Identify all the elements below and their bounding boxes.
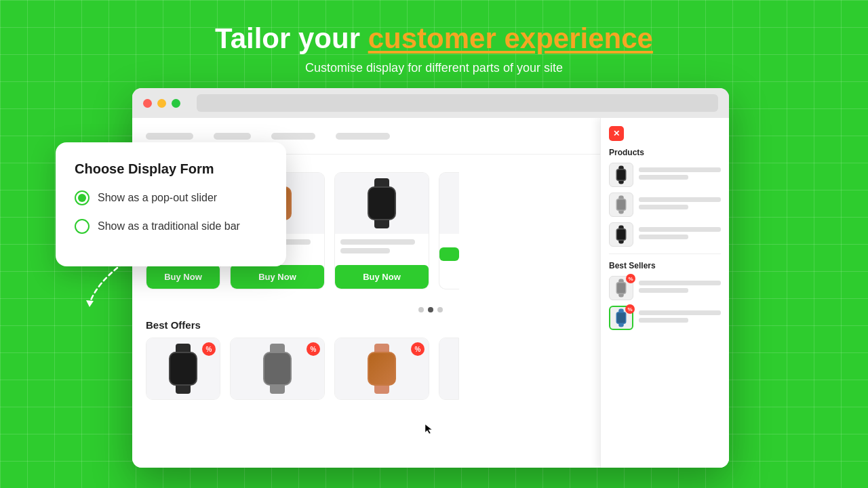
- cursor: [424, 423, 436, 435]
- offer-card-1: %: [146, 338, 220, 400]
- radio-option-popup-slider[interactable]: Show as a pop-out slider: [75, 190, 267, 205]
- sidebar-bestseller-thumb-2: %: [609, 306, 633, 330]
- sidebar-product-thumb-2: [609, 192, 633, 217]
- offer-image-4: [439, 338, 458, 399]
- radio-popup-slider[interactable]: [75, 190, 90, 205]
- address-bar[interactable]: [197, 94, 718, 112]
- dot-1[interactable]: [418, 307, 424, 312]
- bestseller-badge-1: %: [626, 274, 635, 283]
- sidebar-panel: ✕ Products: [600, 118, 729, 468]
- dot-3[interactable]: [437, 307, 443, 312]
- sidebar-products-title: Products: [609, 148, 721, 157]
- sidebar-best-sellers-title: Best Sellers: [609, 261, 721, 270]
- sidebar-bestseller-bars-2: [639, 310, 721, 325]
- main-title: Tailor your customer experience: [215, 22, 653, 56]
- sidebar-bestseller-thumb-1: %: [609, 276, 633, 300]
- product-image-3: [335, 173, 429, 234]
- sidebar-product-thumb-3: [609, 222, 633, 247]
- sidebar-product-item-2: [609, 192, 721, 217]
- sidebar-product-thumb-1: [609, 163, 633, 187]
- page-wrapper: Tailor your customer experience Customis…: [0, 0, 868, 488]
- sidebar-close-button[interactable]: ✕: [609, 126, 624, 141]
- offer-badge-2: %: [307, 342, 320, 356]
- sidebar-bestseller-bars-1: [639, 281, 721, 296]
- buy-now-button-2[interactable]: Buy Now: [231, 265, 324, 289]
- offer-card-4: [439, 338, 459, 400]
- offer-card-2: %: [230, 338, 325, 400]
- nav-item-2: [214, 133, 251, 140]
- close-dot[interactable]: [143, 99, 152, 108]
- browser-toolbar: [132, 88, 729, 118]
- svg-marker-3: [86, 300, 94, 307]
- sidebar-product-item-1: [609, 163, 721, 187]
- choose-display-card: Choose Display Form Show as a pop-out sl…: [56, 142, 286, 266]
- dot-2[interactable]: [428, 307, 433, 312]
- offer-badge-1: %: [202, 342, 216, 356]
- buy-now-button-3[interactable]: Buy Now: [335, 265, 429, 289]
- header-section: Tailor your customer experience Customis…: [215, 0, 653, 75]
- product-image-4: [439, 173, 459, 234]
- radio-label-traditional-sidebar: Show as a traditional side bar: [98, 220, 240, 232]
- sidebar-product-bars-1: [639, 167, 721, 182]
- radio-option-traditional-sidebar[interactable]: Show as a traditional side bar: [75, 219, 267, 234]
- sidebar-bestseller-item-2: %: [609, 306, 721, 330]
- offer-card-3: %: [334, 338, 429, 400]
- sidebar-bestseller-item-1: %: [609, 276, 721, 300]
- nav-item-1: [146, 133, 193, 140]
- sidebar-product-item-3: [609, 222, 721, 247]
- nav-items: [146, 133, 390, 140]
- dashed-arrow: [83, 263, 164, 310]
- product-info-4: [439, 234, 459, 245]
- product-card-4: B: [439, 172, 459, 289]
- subtitle: Customise display for different parts of…: [215, 61, 653, 75]
- sidebar-product-bars-2: [639, 197, 721, 212]
- nav-item-3: [271, 133, 315, 140]
- title-before: Tailor your: [215, 22, 368, 54]
- title-highlight: customer experience: [368, 22, 653, 54]
- maximize-dot[interactable]: [172, 99, 180, 108]
- radio-traditional-sidebar[interactable]: [75, 219, 90, 234]
- offer-badge-3: %: [411, 342, 425, 356]
- choose-display-title: Choose Display Form: [75, 161, 267, 177]
- product-info-3: [335, 234, 429, 262]
- product-card-3: Buy Now: [334, 172, 429, 289]
- radio-label-popup-slider: Show as a pop-out slider: [98, 192, 217, 204]
- sidebar-product-bars-3: [639, 227, 721, 242]
- sidebar-divider: [609, 253, 721, 254]
- buy-now-button-4[interactable]: B: [439, 247, 459, 261]
- minimize-dot[interactable]: [157, 99, 166, 108]
- nav-item-4: [336, 133, 390, 140]
- bestseller-badge-2: %: [625, 304, 635, 314]
